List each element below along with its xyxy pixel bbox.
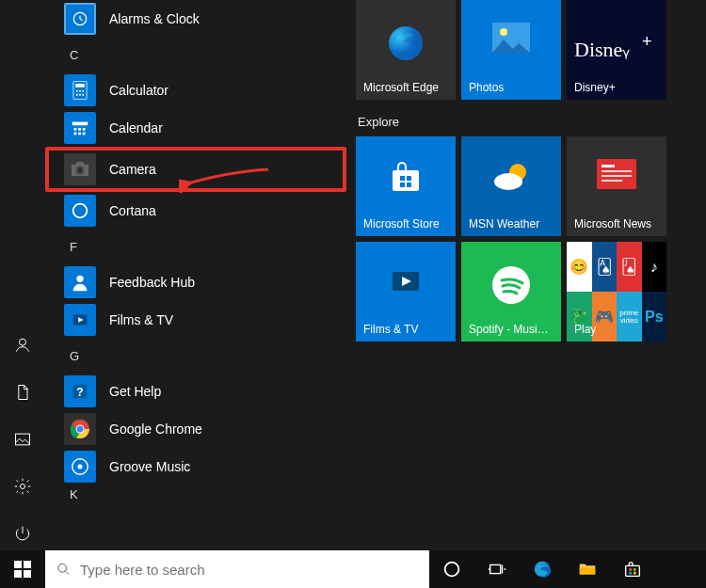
tile-disney[interactable]: Disneᵧ+ Disney+ xyxy=(567,0,666,100)
tile-films-tv[interactable]: Films & TV xyxy=(356,242,456,342)
chrome-icon xyxy=(69,418,91,440)
edge-icon xyxy=(532,559,553,580)
app-label: Films & TV xyxy=(109,312,173,327)
calendar-icon xyxy=(70,118,90,138)
svg-rect-60 xyxy=(629,568,632,571)
svg-rect-43 xyxy=(597,159,636,189)
app-label: Calendar xyxy=(109,120,163,135)
svg-rect-39 xyxy=(400,183,405,187)
tile-edge[interactable]: Microsoft Edge xyxy=(356,0,456,100)
svg-point-20 xyxy=(78,168,82,172)
svg-point-7 xyxy=(79,90,81,92)
svg-rect-56 xyxy=(490,564,501,573)
tile-news[interactable]: Microsoft News xyxy=(567,136,666,236)
tile-label: Microsoft Edge xyxy=(356,81,456,94)
svg-rect-12 xyxy=(72,122,88,126)
tile-photos[interactable]: Photos xyxy=(461,0,561,100)
svg-point-8 xyxy=(82,90,84,92)
taskbar-edge[interactable] xyxy=(520,550,565,588)
help-icon: ? xyxy=(70,381,90,402)
taskbar-search[interactable] xyxy=(45,550,429,588)
taskbar-store[interactable] xyxy=(610,550,655,588)
tile-area: Microsoft Edge Photos Disneᵧ+ Disney+ Ex… xyxy=(346,0,706,550)
power-icon xyxy=(13,524,32,543)
svg-point-9 xyxy=(76,94,78,96)
svg-point-28 xyxy=(77,426,84,433)
svg-rect-51 xyxy=(24,561,31,568)
rail-documents-button[interactable] xyxy=(11,381,34,404)
start-menu: Alarms & Clock C Calculator Calendar Cam… xyxy=(0,0,706,550)
taskbar-explorer[interactable] xyxy=(565,550,610,588)
rail-settings-button[interactable] xyxy=(11,475,34,498)
taskview-icon xyxy=(487,559,507,580)
photos-icon xyxy=(492,23,530,56)
tile-label: Play xyxy=(567,323,666,336)
svg-rect-52 xyxy=(14,570,22,578)
svg-rect-50 xyxy=(14,561,22,568)
svg-rect-53 xyxy=(24,570,31,578)
disney-icon: Disneᵧ+ xyxy=(574,32,659,72)
taskbar-icons xyxy=(429,550,655,588)
letter-header-c[interactable]: C xyxy=(45,38,346,72)
film-icon xyxy=(70,310,90,330)
app-label: Camera xyxy=(109,162,156,177)
tile-spotify[interactable]: Spotify - Musi… xyxy=(461,242,561,342)
svg-point-11 xyxy=(82,94,84,96)
pictures-icon xyxy=(13,430,32,449)
rail-pictures-button[interactable] xyxy=(11,428,34,451)
app-item-chrome[interactable]: Google Chrome xyxy=(45,410,346,448)
svg-rect-61 xyxy=(634,568,636,571)
tile-label: Films & TV xyxy=(356,323,456,336)
svg-rect-59 xyxy=(626,565,640,576)
svg-rect-16 xyxy=(74,133,77,135)
letter-header-k[interactable]: K xyxy=(45,485,346,502)
app-item-feedback[interactable]: Feedback Hub xyxy=(45,263,346,301)
svg-point-6 xyxy=(76,90,78,92)
windows-icon xyxy=(14,561,31,578)
app-item-calculator[interactable]: Calculator xyxy=(45,72,346,109)
svg-point-30 xyxy=(78,465,82,469)
app-item-calendar[interactable]: Calendar xyxy=(45,109,346,147)
app-label: Alarms & Clock xyxy=(109,11,200,26)
app-item-cortana[interactable]: Cortana xyxy=(45,192,346,230)
svg-point-33 xyxy=(500,28,507,36)
start-rail xyxy=(0,0,45,550)
svg-rect-15 xyxy=(83,128,86,131)
document-icon xyxy=(13,383,32,402)
search-input[interactable] xyxy=(80,562,418,578)
rail-user-button[interactable] xyxy=(11,334,34,357)
app-item-films[interactable]: Films & TV xyxy=(45,301,346,339)
gear-icon xyxy=(13,477,32,496)
app-item-gethelp[interactable]: ? Get Help xyxy=(45,373,346,410)
app-list: Alarms & Clock C Calculator Calendar Cam… xyxy=(45,0,346,550)
tile-play[interactable]: 😊 🂡 🂫 ♪ 🐉 🎮 primevideo Ps Play xyxy=(567,242,666,342)
tile-weather[interactable]: MSN Weather xyxy=(461,136,561,236)
camera-icon xyxy=(69,160,91,179)
start-button[interactable] xyxy=(0,550,45,588)
calculator-icon xyxy=(71,80,89,101)
rail-power-button[interactable] xyxy=(11,522,34,545)
folder-icon xyxy=(577,559,598,580)
tile-store[interactable]: Microsoft Store xyxy=(356,136,456,236)
taskbar-taskview[interactable] xyxy=(474,550,520,588)
svg-point-42 xyxy=(494,173,522,190)
svg-point-21 xyxy=(73,204,88,218)
tile-label: Disney+ xyxy=(567,81,666,94)
svg-point-0 xyxy=(20,339,26,345)
letter-header-g[interactable]: G xyxy=(45,339,346,373)
app-item-groove[interactable]: Groove Music xyxy=(45,448,346,485)
svg-rect-5 xyxy=(75,84,84,87)
svg-text:?: ? xyxy=(76,386,83,399)
app-item-camera[interactable]: Camera xyxy=(45,147,346,192)
app-label: Calculator xyxy=(109,83,168,98)
svg-rect-47 xyxy=(602,180,622,182)
edge-icon xyxy=(385,23,426,67)
film-tile-icon xyxy=(387,264,425,301)
svg-text:Disneᵧ: Disneᵧ xyxy=(574,38,630,61)
cortana-icon xyxy=(70,200,90,221)
svg-rect-62 xyxy=(629,572,632,575)
app-item-alarms[interactable]: Alarms & Clock xyxy=(45,0,346,38)
taskbar-cortana[interactable] xyxy=(429,550,474,588)
tile-group-explore[interactable]: Explore xyxy=(356,105,698,136)
letter-header-f[interactable]: F xyxy=(45,230,346,263)
